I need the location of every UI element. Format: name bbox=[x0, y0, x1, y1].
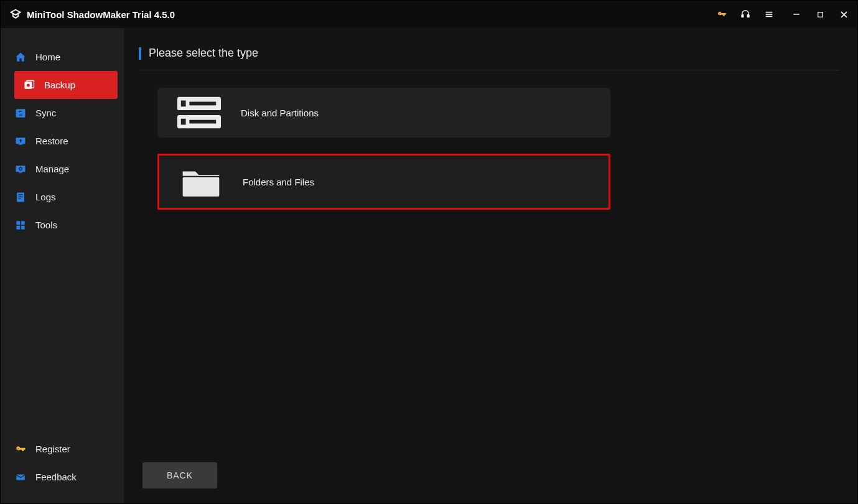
page-header: Please select the type bbox=[139, 47, 840, 70]
svg-rect-32 bbox=[189, 120, 216, 124]
svg-rect-22 bbox=[16, 221, 20, 225]
svg-rect-33 bbox=[183, 177, 220, 197]
title-bar-left: MiniTool ShadowMaker Trial 4.5.0 bbox=[9, 8, 175, 21]
window-controls bbox=[791, 9, 849, 19]
svg-rect-15 bbox=[16, 166, 26, 172]
svg-rect-23 bbox=[21, 221, 25, 225]
title-bar: MiniTool ShadowMaker Trial 4.5.0 bbox=[1, 1, 857, 28]
sidebar-top: Home Backup bbox=[1, 43, 124, 435]
sidebar-item-label: Logs bbox=[35, 192, 56, 202]
home-icon bbox=[14, 51, 27, 63]
svg-rect-14 bbox=[19, 144, 22, 145]
sidebar-item-home[interactable]: Home bbox=[1, 43, 124, 71]
folder-icon bbox=[179, 164, 223, 199]
option-folders-files[interactable]: Folders and Files bbox=[157, 154, 610, 210]
options-area: Disk and Partitions Folders and Files bbox=[139, 88, 840, 210]
menu-icon[interactable] bbox=[764, 9, 774, 19]
sidebar-item-restore[interactable]: Restore bbox=[1, 127, 124, 155]
headset-icon[interactable] bbox=[740, 9, 750, 19]
logs-icon bbox=[14, 191, 27, 203]
sidebar-item-label: Feedback bbox=[35, 472, 77, 482]
app-logo-icon bbox=[9, 8, 22, 21]
svg-rect-24 bbox=[16, 225, 20, 229]
title-bar-right bbox=[717, 9, 849, 19]
close-icon[interactable] bbox=[839, 9, 849, 19]
app-title: MiniTool ShadowMaker Trial 4.5.0 bbox=[27, 9, 175, 20]
svg-rect-28 bbox=[181, 101, 186, 107]
register-key-icon bbox=[14, 443, 27, 455]
page-title: Please select the type bbox=[149, 47, 258, 60]
sidebar-item-logs[interactable]: Logs bbox=[1, 183, 124, 211]
manage-icon bbox=[14, 163, 27, 175]
minimize-icon[interactable] bbox=[791, 9, 801, 19]
svg-rect-6 bbox=[818, 12, 823, 17]
sidebar-item-tools[interactable]: Tools bbox=[1, 211, 124, 239]
svg-rect-0 bbox=[742, 15, 744, 17]
sidebar-item-label: Tools bbox=[35, 220, 57, 230]
sidebar-bottom: Register Feedback bbox=[1, 435, 124, 491]
disk-partitions-icon bbox=[177, 95, 221, 130]
key-icon[interactable] bbox=[717, 9, 727, 19]
app-body: Home Backup bbox=[1, 28, 857, 503]
sidebar-item-label: Sync bbox=[35, 108, 56, 118]
svg-rect-31 bbox=[181, 119, 186, 125]
sidebar-item-register[interactable]: Register bbox=[1, 435, 124, 463]
option-label: Disk and Partitions bbox=[241, 108, 319, 118]
app-window: MiniTool ShadowMaker Trial 4.5.0 bbox=[0, 0, 858, 504]
mail-icon bbox=[14, 471, 27, 483]
page-header-accent bbox=[139, 47, 141, 60]
sync-icon bbox=[14, 107, 27, 119]
svg-rect-1 bbox=[747, 15, 749, 17]
maximize-icon[interactable] bbox=[815, 9, 825, 19]
sidebar-item-label: Backup bbox=[44, 80, 75, 90]
back-button[interactable]: BACK bbox=[142, 462, 217, 488]
svg-rect-16 bbox=[19, 172, 22, 173]
svg-rect-29 bbox=[189, 102, 216, 106]
svg-rect-25 bbox=[21, 225, 25, 229]
tools-icon bbox=[14, 219, 27, 231]
footer-row: BACK bbox=[139, 462, 840, 492]
sidebar-item-label: Restore bbox=[35, 136, 68, 146]
svg-rect-12 bbox=[16, 109, 26, 117]
restore-icon bbox=[14, 135, 27, 147]
sidebar-item-sync[interactable]: Sync bbox=[1, 99, 124, 127]
sidebar-item-label: Manage bbox=[35, 164, 69, 174]
svg-point-11 bbox=[27, 83, 30, 86]
sidebar-item-label: Home bbox=[35, 52, 60, 62]
sidebar-item-backup[interactable]: Backup bbox=[14, 71, 118, 99]
svg-rect-26 bbox=[16, 474, 25, 480]
backup-icon bbox=[23, 79, 35, 91]
sidebar-item-feedback[interactable]: Feedback bbox=[1, 463, 124, 491]
option-disk-partitions[interactable]: Disk and Partitions bbox=[157, 88, 610, 138]
sidebar: Home Backup bbox=[1, 28, 124, 503]
svg-rect-18 bbox=[17, 192, 24, 202]
content-area: Please select the type Disk bbox=[124, 28, 857, 503]
option-label: Folders and Files bbox=[243, 177, 314, 187]
sidebar-item-label: Register bbox=[35, 444, 70, 454]
sidebar-item-manage[interactable]: Manage bbox=[1, 155, 124, 183]
